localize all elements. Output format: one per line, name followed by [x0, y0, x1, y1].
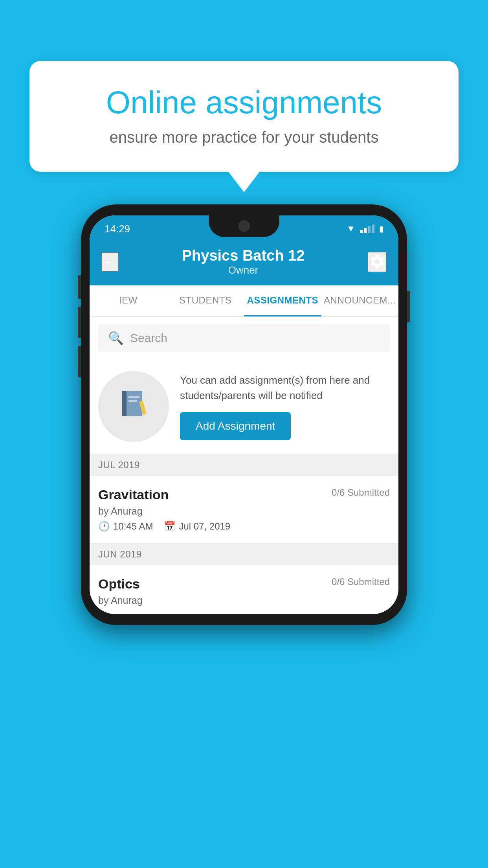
settings-button[interactable]: [368, 252, 387, 272]
app-bar-title-group: Physics Batch 12 Owner: [182, 247, 305, 276]
wifi-icon: ▼: [347, 224, 355, 234]
tab-assignments[interactable]: ASSIGNMENTS: [244, 285, 321, 316]
month-separator-jun: JUN 2019: [90, 543, 398, 565]
status-time: 14:29: [105, 223, 130, 235]
assignment-by: by Anurag: [98, 506, 390, 517]
assignment-by-optics: by Anurag: [98, 595, 390, 606]
assignment-header: Gravitation 0/6 Submitted: [98, 487, 390, 502]
phone-shell: 14:29 ▼ ▮ ← Physics Batch 12 Owner: [81, 204, 407, 625]
clock-icon: 🕐: [98, 521, 110, 532]
tabs-bar: IEW STUDENTS ASSIGNMENTS ANNOUNCEM...: [90, 285, 398, 317]
add-assignment-button[interactable]: Add Assignment: [180, 412, 291, 440]
calendar-icon: 📅: [164, 521, 176, 532]
search-icon: 🔍: [108, 331, 124, 346]
assignment-submitted: 0/6 Submitted: [332, 487, 390, 498]
assignment-header-optics: Optics 0/6 Submitted: [98, 576, 390, 592]
settings-icon: [369, 253, 386, 270]
app-bar: ← Physics Batch 12 Owner: [90, 238, 398, 285]
back-button[interactable]: ←: [101, 252, 119, 272]
phone-device: 14:29 ▼ ▮ ← Physics Batch 12 Owner: [81, 204, 407, 625]
tab-students[interactable]: STUDENTS: [167, 285, 244, 316]
tab-announcements[interactable]: ANNOUNCEM...: [321, 285, 399, 316]
assignment-item-optics[interactable]: Optics 0/6 Submitted by Anurag: [90, 565, 398, 614]
tab-iew[interactable]: IEW: [90, 285, 167, 316]
power-button: [407, 291, 410, 322]
assignment-submitted-optics: 0/6 Submitted: [332, 576, 390, 587]
svg-rect-3: [128, 396, 140, 398]
svg-rect-4: [128, 400, 138, 402]
content-area: 🔍 Search: [90, 317, 398, 614]
bubble-subtitle: ensure more practice for your students: [57, 129, 431, 146]
volume-up-button: [78, 275, 81, 299]
date-value: Jul 07, 2019: [179, 521, 230, 532]
phone-notch: [209, 215, 279, 237]
assignment-time: 🕐 10:45 AM: [98, 521, 153, 532]
assignment-date: 📅 Jul 07, 2019: [164, 521, 230, 532]
promo-icon-circle: [98, 371, 169, 442]
search-bar-container: 🔍 Search: [90, 317, 398, 359]
status-icons: ▼ ▮: [347, 224, 383, 234]
assignment-name-optics: Optics: [98, 576, 140, 592]
promo-text: You can add assignment(s) from here and …: [180, 373, 390, 403]
notebook-svg: [118, 388, 149, 419]
volume-down-button: [78, 307, 81, 338]
speech-bubble: Online assignments ensure more practice …: [29, 61, 459, 172]
batch-title: Physics Batch 12: [182, 247, 305, 264]
add-assignment-promo: You can add assignment(s) from here and …: [90, 359, 398, 454]
phone-screen: 14:29 ▼ ▮ ← Physics Batch 12 Owner: [90, 215, 398, 614]
month-separator-jul: JUL 2019: [90, 454, 398, 476]
battery-icon: ▮: [379, 224, 383, 234]
speech-bubble-container: Online assignments ensure more practice …: [29, 61, 459, 172]
assignment-item-gravitation[interactable]: Gravitation 0/6 Submitted by Anurag 🕐 10…: [90, 476, 398, 543]
svg-rect-1: [122, 391, 127, 416]
notebook-icon: [118, 388, 149, 426]
promo-content: You can add assignment(s) from here and …: [180, 373, 390, 440]
phone-camera: [238, 220, 250, 232]
bubble-title: Online assignments: [57, 85, 431, 121]
batch-subtitle: Owner: [182, 264, 305, 276]
signal-icon: [360, 224, 374, 233]
time-value: 10:45 AM: [113, 521, 153, 532]
assignment-name: Gravitation: [98, 487, 169, 502]
search-bar[interactable]: 🔍 Search: [98, 324, 390, 352]
assignment-meta: 🕐 10:45 AM 📅 Jul 07, 2019: [98, 521, 390, 532]
search-placeholder: Search: [130, 331, 167, 345]
mute-button: [78, 346, 81, 377]
